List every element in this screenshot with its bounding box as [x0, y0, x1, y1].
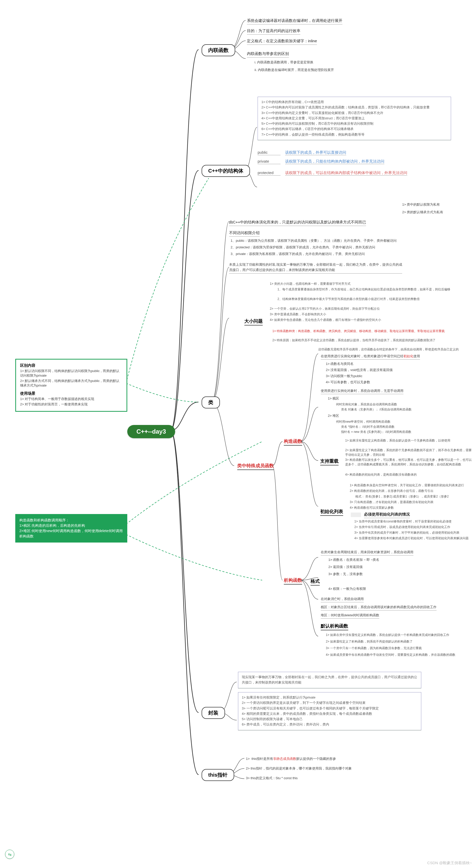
sub-size: 大小问题: [244, 318, 263, 326]
struct-feature-box: 1> C中的结构体的所有功能，C++依然适用 2> C++中结构体内可以封装除了…: [258, 97, 451, 140]
leaf: 3> 当类中有其类的成员子对象时，对于甲对象的初始化，必须使用初始化列表: [354, 530, 474, 535]
sub-overload: 支持重载: [320, 458, 338, 465]
leaf: 3> 一个类中只有一个析构函数，因为析构函数没有参数，无法进行重载: [326, 646, 473, 650]
encap-list: 1> 如果没有任何权限限定，则系统默认行为private 2> 一个类访问权限的…: [238, 692, 421, 730]
note-diff-line: 2> 默认继承方式不同，结构体的默认继承方式为public，而类的默认继承方式为…: [20, 379, 122, 388]
leaf: 1> 函数名与类同名: [326, 361, 354, 366]
note-diff-heading: 区别内容: [20, 363, 35, 368]
leaf: 在使用类进行实例化对象时，给类对象进行申请空间已经初始化使用: [321, 354, 468, 360]
encap-item: 4> 相同的类需要定义出来，类中的成员函数，类指针自身类实现，每个成员函数或者函…: [242, 711, 417, 717]
leaf: 2> 如果显性定义了构造函数，系统的那个无参构造函数就不提供了，就不存在无参构造…: [345, 448, 472, 457]
root-node[interactable]: C++--day3: [127, 425, 175, 438]
leaf: 4> 当需要使用形参来给本对象的成员进行初始化时，可以使用初始化列表来解决问题: [354, 536, 474, 540]
leaf: 本质上实现了功能和属性的封装,现实某一事物的万事万物，全部都封装在一起，我们称之…: [229, 262, 402, 274]
leaf: 1> this指针是所有非静态成员函数默认提供的一个隐藏的形参: [246, 756, 336, 762]
leaf: 目的：为了提高代码的运行效率: [247, 28, 300, 35]
leaf: 2> this指针，指代的就是对象本身，哪个对象使用我，我就指向哪个对象: [246, 766, 352, 771]
struct-feature-line: 5> C++中的结构体内可以放权限控制，而C语言中的结构体没有访问权限控制: [261, 121, 447, 126]
node-class[interactable]: 类: [202, 397, 220, 408]
struct-feature-line: 2> C++中结构体内可以封装除了成员属性之外的成员函数；结构体成员，类型强，即…: [261, 105, 447, 110]
leaf: 4> 构造函数的初始化列表，是构造函数没有函数体的: [345, 472, 472, 477]
encap-line: 现实现某一事物的万事万物，全部都封装在一起，我们称之为类，在类中，提供公共的成员…: [242, 675, 417, 686]
node-struct[interactable]: C++中的结构体: [202, 165, 250, 177]
leaf: 2> 特殊原因：如果程序员不手动定义这些函数，系统会默认提供，当程序员手动提供了…: [272, 338, 466, 343]
leaf: 指针名 = new 类名 (实参列表)； //此时调用构造函数: [341, 430, 411, 434]
leaf: 1> 如果在类中没有显性定义析构函数，系统会默认提供一个析构函数来完成对象的回收…: [326, 632, 473, 637]
leaf: 1、public：该权限为公共权限，该权限下的成员属性（变量）、方法（函数）允许…: [231, 238, 460, 243]
leaf: 1> 构造函数本身是向空间申请空间，关于初始化工作，需要借助到初始化列表来进行: [350, 483, 474, 488]
watermark: CSDN @毅豪王倒着插秧~: [427, 861, 472, 865]
leaf: 何时用new申请空间，何时调用构造函数: [336, 420, 390, 424]
leaf: 3> 只有构造函数，才有初始化列表，普通函数没有初始化列表: [350, 500, 474, 504]
float-action-button[interactable]: ⇆: [5, 850, 14, 859]
sub-destructor: 析构函数: [284, 577, 302, 585]
leaf: 1> 类中的默认权限为私有: [402, 202, 440, 207]
subheader: 不同访问权限介绍: [229, 230, 260, 237]
leaf: 1> 类的大小问题，也跟结构体一样，需要遵循字节对齐方式: [270, 281, 458, 286]
struct-feature-line: 1> C中的结构体的所有功能，C++依然适用: [261, 99, 447, 105]
access-row-public: public 该权限下的成员，外界可以直接访问: [258, 150, 346, 155]
encap-item: 6> 类中成员，可以在类内定义，类外访问；类外访问，类内: [242, 722, 417, 727]
note-box-order: 构造函数和析构函数调用顺序： 1>栈区:先构造的后析构，后构造的先析构 2>堆区…: [15, 514, 127, 542]
leaf: ii. 内联函数是在编译时展开，而宏是在预处理阶段展开: [255, 67, 334, 72]
leaf: 2> 构造函数的初始化列表，在形参列表小括号后，函数号引出: [350, 489, 474, 493]
sub-format: 格式: [310, 578, 320, 586]
encap-item: 3> 一个类访问呢可以没有相关关键字，也可以使过有多个相同的关键字，每部某个关键…: [242, 706, 417, 711]
leaf: 2、protected：该权限为受保护权限，该权限下的成员，允许在类内、子类中被…: [231, 245, 460, 250]
encap-box: 现实现某一事物的万事万物，全部都封装在一起，我们称之为类，在类中，提供公共的成员…: [238, 672, 421, 688]
leaf: 3> 访问权限一般为public: [326, 374, 362, 379]
leaf: 1> 当类中的成员变量有const修饰的变量时，对于该变量的初始化必须使: [354, 519, 474, 524]
leaf: 2、结构体整体变量跟结构体中最大字节类型与系统的最小类型的最小值进行对齐，结果是…: [277, 297, 466, 301]
note-order-line: 1>栈区:先构造的后析构，后构造的先析构: [19, 523, 123, 528]
note-box-diff: 区别内容 1> 默认访问权限不同，结构体的默认访问权限为public，而类的默认…: [15, 359, 127, 412]
note-diff-line: 1> 默认访问权限不同，结构体的默认访问权限为public，而类的默认访问权限为…: [20, 369, 122, 378]
leaf: 1> 栈区: [328, 396, 339, 401]
leaf: 2> 如果显性定义了析构函数，则系统不再提供默认的析构函数了: [326, 639, 473, 644]
leaf: 2> 堆区: [328, 413, 339, 418]
leaf: 4> 可以有参数，也可以无参数: [326, 380, 370, 385]
struct-feature-line: 6> C++中的结构体可以继承，C语言中的结构体不可以继承继承: [261, 126, 447, 132]
leaf: 3> 构造函数可以发生多个，可以重名，他可以重名，也可以是无参，参数可以是一个，…: [345, 458, 472, 467]
struct-feature-line: 3> C++中的结构体内定义变量时，可以直接初始化赋初值，而C语言中结构体不允许: [261, 111, 447, 116]
note-order-line: 构造函数和析构函数调用顺序：: [19, 518, 123, 523]
note-order-line: 2>堆区:何时使用new何时调用构造函数，何时使用delete何时调用析构函数: [19, 528, 123, 539]
leaf: 定义格式：在定义函数前加关键字：inline: [247, 38, 317, 45]
leaf: 1> 如果没有显性定义构造函数，系统会默认提供一个无参构造函数，以便使用: [345, 438, 472, 443]
struct-feature-line: 7> C++中的结构体，会默认提供一些特殊成员函数，例如构造函数等等: [261, 132, 447, 137]
access-row-protected: protected 该权限下的成员，可以在结构体内部或子结构体中被访问，外界无法…: [258, 170, 407, 176]
leaf: 这些函数无需程序员手动调用，这些函数会在特定的条件下，由系统自动调用，即使是程序…: [318, 347, 471, 352]
node-this-pointer[interactable]: this指针: [202, 769, 234, 781]
leaf: 4> 如果成员变量中有在构造函数中手动发生空间时，需要显性定义析构函数，并在该函…: [326, 652, 473, 657]
note-use-heading: 使用场景: [20, 391, 35, 396]
leaf: 1、每个成员变量要遵循自身类型对齐，作为首地址，自己所占结构体起始位置必须是自身…: [277, 287, 466, 291]
leaf: 2> 一个空类，会默认占用1字节的大小，效果后期有成员时，则会原字节分配占位: [270, 306, 458, 311]
leaf: 1> 特殊函数种类：构造函数、析构函数、拷贝构造、拷贝赋值、移动构造、移动赋值、…: [272, 329, 466, 333]
sub-constructor: 构造函数: [284, 438, 302, 445]
leaf: 4> 如果类中包含虚函数，无论包含几个虚函数，都只有增加一个虚指针的空间大小: [270, 317, 458, 322]
leaf: i. 内联函数是函数调用，带参宏是宏替换: [255, 60, 314, 65]
leaf: 2> 当类中有引用成员时，该成员必须使用初始化列表来完成初始化工作: [354, 525, 474, 529]
leaf: 使用类进行实例化对象时，系统自动调用，无需手动调用: [321, 388, 404, 394]
encap-item: 5> 访问控制符的权限为读者，写本地自己: [242, 717, 417, 722]
sub-default-dtor: 默认析构函数: [321, 623, 348, 630]
node-inline-fn[interactable]: 内联函数: [202, 44, 235, 56]
leaf: 在对象消亡时，系统自动调用: [321, 596, 364, 602]
encap-item: 2> 一个类访问权限的界定是从该关键字，到下一个关键字出现之间或者整个空间结束: [242, 700, 417, 706]
sub-special-members: 类中特殊成员函数: [237, 463, 274, 470]
leaf: 3> this的定义格式：Stu * const this: [246, 776, 298, 781]
leaf: 何时实例化对象，系统就会自动调用构造函数: [336, 402, 397, 407]
node-encapsulation[interactable]: 封装: [202, 707, 225, 719]
leaf: 3> 类中普通成员函数，不会影响类的大小: [270, 312, 458, 316]
sub-must-initlist: 必须使用初始化列表的情况: [364, 512, 410, 518]
leaf: 系统会建议编译器对该函数在编译时，在调用处进行展开: [247, 18, 343, 24]
note-use-line: 2> 对于功能性的封装而言，一般使用类来实现: [20, 402, 122, 407]
leaf: 2> 返回值：没有返回值: [328, 564, 363, 569]
leaf: 格式： 类名(形参1，形参2):成员变量1（形参1），成员变量2（形参2: [355, 494, 476, 499]
leaf: 栈区：对象所占区结束后，系统自动调用该对象的析构函数完成内存的回收工作: [321, 604, 473, 611]
encap-item: 1> 如果没有任何权限限定，则系统默认行为private: [242, 695, 417, 700]
leaf: 堆区：何时使用delete何时调用析构函数: [321, 613, 379, 619]
leaf: 1> 函数名：在类名前加 ~ 即 ~类名: [328, 557, 379, 562]
leaf: 类名 *指针名； //此时不会调用构造函数: [341, 425, 394, 429]
leaf: 2> 没有返回值，void也没有，就是没有返回值: [326, 368, 393, 373]
leaf: 内联函数与带参宏的区别: [247, 51, 289, 58]
